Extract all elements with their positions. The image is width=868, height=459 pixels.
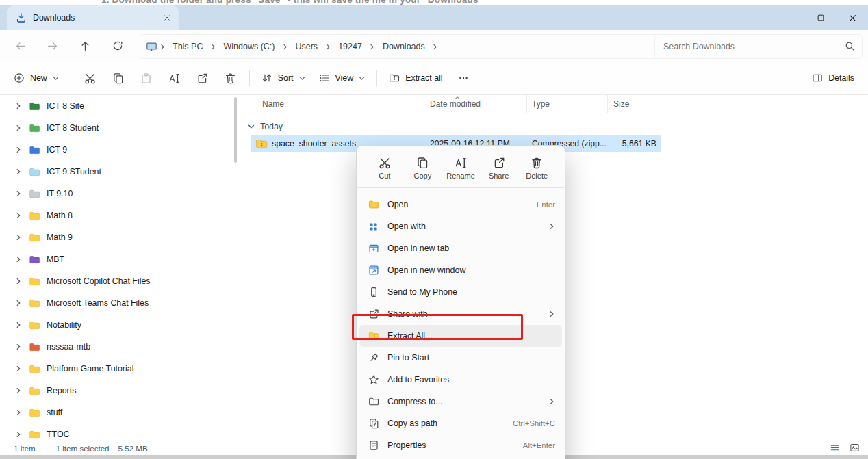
sidebar-item-ict-8-site[interactable]: ICT 8 Site (0, 95, 238, 117)
sidebar-item-label: TTOC (47, 430, 70, 439)
sidebar-item-it-9-10[interactable]: IT 9.10 (0, 183, 238, 205)
maximize-button[interactable] (805, 5, 837, 30)
extract-all-button[interactable]: Extract all (382, 66, 449, 90)
expand-chevron-icon[interactable] (14, 103, 23, 109)
expand-chevron-icon[interactable] (14, 124, 23, 131)
cut-button[interactable] (76, 66, 104, 90)
breadcrumb-separator-icon[interactable] (323, 39, 333, 54)
forward-button[interactable] (41, 35, 63, 57)
context-menu-item-properties[interactable]: Properties Alt+Enter (359, 434, 562, 456)
context-menu-item-open-in-new-window[interactable]: Open in new window (359, 259, 562, 281)
breadcrumb-separator-icon[interactable] (368, 39, 377, 54)
column-header-date-modified[interactable]: Date modified (424, 95, 527, 113)
sidebar-item-label: Microsoft Teams Chat Files (47, 298, 149, 308)
sort-button[interactable]: Sort (255, 66, 312, 90)
column-header-size[interactable]: Size (608, 95, 661, 113)
sidebar-item-ict-9[interactable]: ICT 9 (0, 139, 238, 161)
menu-item-label: Properties (387, 441, 515, 450)
breadcrumb-separator-icon[interactable] (208, 39, 218, 54)
menu-shortcut: Alt+Enter (523, 441, 555, 449)
sidebar-item-platform-game-tutorial[interactable]: Platform Game Tutorial (0, 358, 238, 380)
menu-item-label: Open with (387, 222, 540, 231)
delete-button[interactable] (216, 66, 244, 90)
context-cut-button[interactable]: Cut (366, 153, 404, 183)
expand-chevron-icon[interactable] (14, 387, 23, 394)
share-button[interactable] (188, 66, 216, 90)
address-bar[interactable]: This PC Windows (C:) Users 19247 Downloa… (140, 34, 660, 59)
sidebar-item-label: Platform Game Tutorial (47, 364, 133, 373)
sidebar-item-nsssaa-mtb[interactable]: nsssaa-mtb (0, 336, 238, 358)
rename-button[interactable] (160, 66, 188, 90)
context-menu-item-open[interactable]: Open Enter (359, 194, 562, 215)
expand-chevron-icon[interactable] (14, 300, 23, 306)
explorer-tab-downloads[interactable]: Downloads (7, 5, 179, 30)
minimize-button[interactable] (774, 5, 805, 30)
new-button[interactable]: New (7, 66, 66, 90)
sidebar-item-microsoft-copilot-chat-files[interactable]: Microsoft Copilot Chat Files (0, 270, 238, 292)
breadcrumb-separator-icon[interactable] (431, 39, 440, 54)
up-button[interactable] (74, 35, 96, 57)
copy-button[interactable] (104, 66, 132, 90)
tab-close-button[interactable] (159, 10, 175, 25)
column-header-name[interactable]: Name (239, 95, 424, 113)
sidebar-item-ict-8-student[interactable]: ICT 8 Student (0, 117, 238, 139)
status-item-count: 1 item (14, 444, 36, 453)
sidebar-item-notability[interactable]: Notability (0, 314, 238, 336)
expand-chevron-icon[interactable] (14, 322, 23, 328)
search-input[interactable] (655, 35, 868, 58)
sidebar-item-reports[interactable]: Reports (0, 380, 238, 402)
sidebar-item-microsoft-teams-chat-files[interactable]: Microsoft Teams Chat Files (0, 292, 238, 314)
view-button[interactable]: View (312, 66, 372, 90)
context-share-button[interactable]: Share (480, 153, 518, 183)
expand-chevron-icon[interactable] (14, 234, 23, 241)
column-header-type[interactable]: Type (527, 95, 608, 113)
sidebar-item-ttoc[interactable]: TTOC (0, 423, 238, 441)
sidebar-scrollbar[interactable] (234, 97, 237, 163)
breadcrumb-19247[interactable]: 19247 (333, 38, 368, 55)
back-button[interactable] (10, 35, 31, 57)
expand-chevron-icon[interactable] (14, 256, 23, 263)
expand-chevron-icon[interactable] (14, 409, 23, 416)
breadcrumb-downloads[interactable]: Downloads (377, 38, 431, 55)
breadcrumb-separator-icon[interactable] (157, 39, 167, 54)
context-copy-button[interactable]: Copy (404, 153, 442, 183)
submenu-chevron-icon (548, 311, 555, 317)
sidebar-item-math-8[interactable]: Math 8 (0, 205, 238, 226)
context-rename-button[interactable]: Rename (442, 153, 480, 183)
expand-chevron-icon[interactable] (14, 365, 23, 372)
details-button[interactable]: Details (805, 66, 861, 90)
sidebar-item-mbt[interactable]: MBT (0, 248, 238, 270)
expand-chevron-icon[interactable] (14, 431, 23, 438)
star-icon (368, 374, 379, 385)
refresh-button[interactable] (107, 35, 129, 57)
close-button[interactable] (837, 5, 868, 30)
context-menu-item-compress-to[interactable]: Compress to... (359, 391, 562, 412)
new-tab-button[interactable] (178, 10, 193, 25)
context-menu-item-open-in-new-tab[interactable]: Open in new tab (359, 237, 562, 259)
context-menu-item-copy-as-path[interactable]: Copy as path Ctrl+Shift+C (359, 412, 562, 434)
sidebar-item-ict-9-student[interactable]: ICT 9 STudent (0, 161, 238, 183)
sidebar-item-math-9[interactable]: Math 9 (0, 226, 238, 248)
expand-chevron-icon[interactable] (14, 146, 23, 153)
context-menu-item-add-to-favorites[interactable]: Add to Favorites (359, 369, 562, 391)
breadcrumb-separator-icon[interactable] (280, 39, 290, 54)
context-menu-item-send-to-my-phone[interactable]: Send to My Phone (359, 281, 562, 303)
expand-chevron-icon[interactable] (14, 212, 23, 219)
context-delete-button[interactable]: Delete (518, 153, 556, 183)
expand-chevron-icon[interactable] (14, 190, 23, 197)
expand-chevron-icon[interactable] (14, 278, 23, 285)
breadcrumb-windows-c[interactable]: Windows (C:) (218, 38, 280, 55)
context-menu-item-open-with[interactable]: Open with (359, 215, 562, 237)
breadcrumb-users[interactable]: Users (290, 38, 323, 55)
thumbnail-view-toggle[interactable] (847, 442, 862, 454)
context-menu-item-pin-to-start[interactable]: Pin to Start (359, 347, 562, 369)
sidebar-item-stuff[interactable]: stuff (0, 402, 238, 423)
expand-chevron-icon[interactable] (14, 168, 23, 175)
breadcrumb-this-pc[interactable]: This PC (167, 38, 208, 55)
expand-chevron-icon[interactable] (14, 343, 23, 350)
group-header-today[interactable]: Today (239, 119, 868, 134)
paste-button[interactable] (132, 66, 160, 90)
menu-item-label: Pin to Start (387, 353, 555, 363)
details-view-toggle[interactable] (827, 442, 842, 454)
more-options-button[interactable] (450, 66, 478, 90)
